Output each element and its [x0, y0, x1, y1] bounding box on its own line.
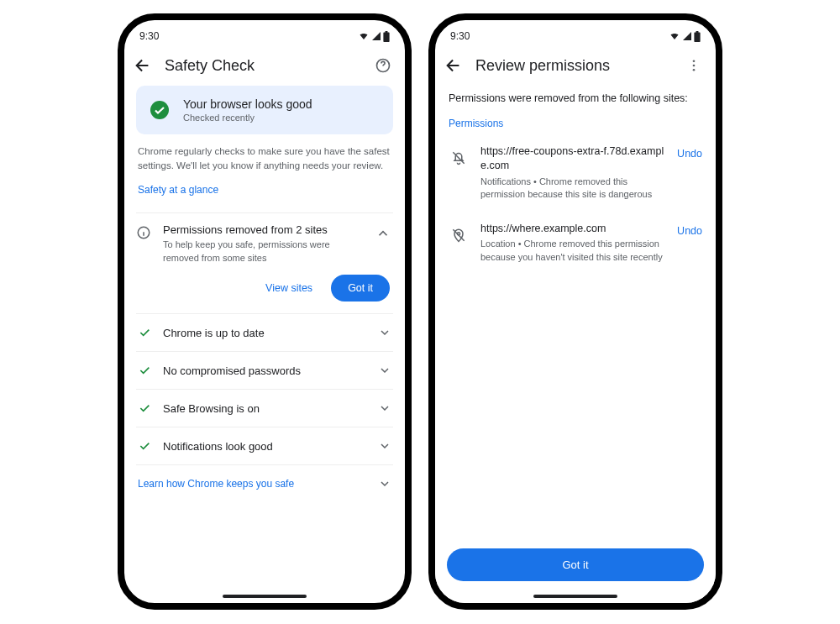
- svg-point-4: [693, 65, 696, 67]
- check-circle-icon: [150, 100, 170, 120]
- check-label: Notifications look good: [163, 440, 366, 453]
- status-icons: [358, 31, 390, 42]
- app-bar: Review permissions: [435, 47, 716, 84]
- site-desc: Notifications • Chrome removed this perm…: [480, 176, 665, 202]
- back-button[interactable]: [444, 55, 464, 76]
- chevron-down-icon: [378, 477, 391, 490]
- wifi-icon: [669, 31, 680, 41]
- check-icon: [138, 401, 151, 415]
- bottom-bar: Got it: [435, 538, 716, 603]
- got-it-button[interactable]: Got it: [447, 548, 704, 581]
- check-label: No compromised passwords: [163, 364, 366, 377]
- site-row: https://free-coupons-extra-f.78d.example…: [447, 136, 704, 213]
- status-bar: 9:30: [124, 20, 405, 47]
- check-row[interactable]: Chrome is up to date: [136, 314, 393, 352]
- status-time: 9:30: [139, 30, 159, 42]
- nav-handle: [223, 595, 307, 598]
- chevron-down-icon: [378, 326, 391, 339]
- arrow-back-icon: [134, 56, 152, 75]
- battery-icon: [694, 31, 701, 42]
- undo-button[interactable]: Undo: [675, 222, 704, 240]
- check-icon: [138, 364, 151, 377]
- permissions-subtitle: To help keep you safe, permissions were …: [163, 239, 361, 265]
- back-button[interactable]: [133, 55, 153, 76]
- page-title: Review permissions: [475, 57, 672, 75]
- status-card: Your browser looks good Checked recently: [136, 86, 393, 134]
- status-icons: [669, 31, 701, 42]
- svg-point-1: [150, 101, 169, 119]
- check-label: Safe Browsing is on: [163, 402, 366, 415]
- chevron-down-icon: [378, 439, 391, 453]
- check-row[interactable]: No compromised passwords: [136, 352, 393, 390]
- status-bar: 9:30: [435, 20, 716, 47]
- site-url: https://free-coupons-extra-f.78d.example…: [480, 144, 665, 173]
- chevron-down-icon: [378, 364, 391, 377]
- view-sites-button[interactable]: View sites: [255, 275, 323, 301]
- location-off-icon: [447, 223, 470, 247]
- site-desc: Location • Chrome removed this permissio…: [480, 238, 665, 264]
- chevron-down-icon: [378, 401, 391, 415]
- permissions-title: Permissions removed from 2 sites: [163, 223, 361, 236]
- nav-handle: [533, 595, 617, 598]
- section-label: Permissions: [449, 118, 702, 129]
- svg-point-3: [693, 60, 696, 62]
- notification-off-icon: [447, 146, 470, 170]
- check-row[interactable]: Safe Browsing is on: [136, 390, 393, 427]
- learn-more-row[interactable]: Learn how Chrome keeps you safe: [136, 465, 393, 502]
- collapse-button[interactable]: [373, 223, 393, 244]
- check-icon: [138, 326, 151, 339]
- check-icon: [138, 439, 151, 453]
- page-title: Safety Check: [165, 57, 361, 75]
- signal-icon: [371, 31, 381, 41]
- signal-icon: [682, 31, 692, 41]
- intro-text: Permissions were removed from the follow…: [449, 92, 702, 104]
- safety-glance-link[interactable]: Safety at a glance: [138, 184, 218, 196]
- wifi-icon: [358, 31, 370, 41]
- status-subtitle: Checked recently: [183, 113, 312, 123]
- more-vert-icon: [686, 58, 701, 73]
- info-icon: [136, 225, 151, 240]
- undo-button[interactable]: Undo: [675, 144, 704, 163]
- help-icon: [375, 57, 391, 74]
- site-row: https://where.example.com Location • Chr…: [447, 213, 704, 276]
- status-time: 9:30: [450, 30, 470, 42]
- battery-icon: [383, 31, 390, 42]
- description-text: Chrome regularly checks to make sure you…: [138, 144, 391, 172]
- learn-more-label: Learn how Chrome keeps you safe: [138, 478, 294, 490]
- permissions-card: Permissions removed from 2 sites To help…: [136, 212, 393, 314]
- menu-button[interactable]: [684, 55, 704, 76]
- got-it-button[interactable]: Got it: [331, 275, 390, 302]
- site-url: https://where.example.com: [480, 222, 665, 236]
- svg-point-5: [693, 69, 696, 71]
- status-title: Your browser looks good: [183, 97, 312, 111]
- check-label: Chrome is up to date: [163, 327, 366, 339]
- app-bar: Safety Check: [124, 47, 405, 84]
- chevron-up-icon: [375, 226, 391, 241]
- arrow-back-icon: [444, 56, 463, 75]
- help-button[interactable]: [373, 55, 393, 76]
- check-row[interactable]: Notifications look good: [136, 427, 393, 465]
